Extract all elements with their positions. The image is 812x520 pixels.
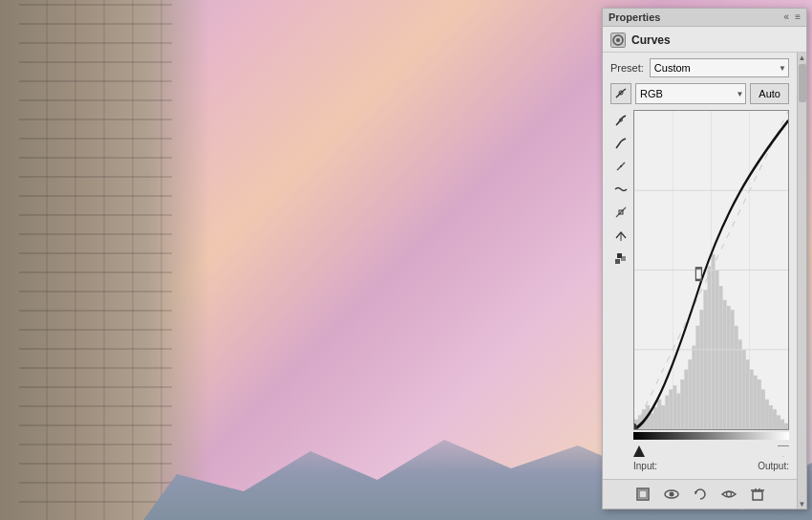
svg-rect-52 (780, 420, 784, 429)
castle-tower (0, 0, 210, 520)
svg-rect-24 (673, 385, 676, 429)
properties-panel: Properties « ≡ Curves Preset: (602, 8, 807, 509)
svg-rect-32 (703, 290, 707, 429)
svg-rect-42 (742, 350, 746, 429)
panel-footer (603, 479, 797, 509)
svg-point-68 (726, 492, 731, 497)
svg-rect-45 (754, 376, 758, 429)
channel-row: RGB Red Green Blue ▼ Auto (610, 83, 789, 104)
svg-rect-46 (758, 379, 761, 429)
svg-rect-38 (727, 306, 731, 429)
tool-btn-6[interactable] (610, 248, 631, 269)
preset-row: Preset: Custom Default Strong Contrast L… (610, 58, 789, 77)
curves-graph[interactable] (633, 110, 789, 430)
tool-btn-4[interactable] (610, 202, 631, 223)
curves-toolbar (610, 110, 631, 473)
svg-rect-26 (680, 379, 684, 429)
svg-rect-25 (676, 394, 680, 429)
gradient-slider (633, 432, 789, 440)
tool-btn-2[interactable] (610, 156, 631, 177)
svg-rect-31 (699, 310, 703, 429)
tool-btn-5[interactable] (610, 225, 631, 246)
svg-rect-21 (661, 405, 665, 429)
svg-rect-44 (750, 370, 754, 429)
svg-rect-37 (723, 300, 727, 429)
svg-rect-43 (746, 359, 750, 429)
input-label: Input: (633, 461, 657, 471)
preset-select-wrapper: Custom Default Strong Contrast Linear Me… (650, 58, 789, 77)
scroll-up-arrow[interactable]: ▲ (799, 54, 806, 61)
footer-btn-visibility[interactable] (661, 484, 682, 505)
svg-rect-47 (761, 389, 765, 429)
panel-controls: « ≡ (784, 12, 801, 22)
svg-point-2 (616, 38, 620, 42)
sliders-row (633, 444, 789, 459)
svg-rect-48 (765, 400, 769, 429)
tool-btn-3[interactable] (610, 179, 631, 200)
panel-collapse-btn[interactable]: « (784, 12, 790, 22)
svg-rect-28 (688, 359, 692, 429)
io-row: Input: Output: (633, 459, 789, 473)
svg-point-6 (620, 165, 622, 167)
panel-title: Properties (609, 11, 660, 23)
footer-btn-eye[interactable] (718, 484, 739, 505)
curves-area: Input: Output: (610, 110, 789, 473)
svg-rect-22 (665, 396, 669, 429)
curve-point-tool-btn[interactable] (610, 83, 631, 104)
scroll-down-arrow[interactable]: ▼ (799, 500, 806, 508)
svg-rect-39 (731, 310, 735, 429)
preset-label: Preset: (610, 62, 644, 74)
svg-rect-18 (650, 413, 653, 429)
channel-select-wrapper: RGB Red Green Blue ▼ (635, 83, 746, 104)
svg-line-5 (616, 146, 618, 148)
svg-rect-36 (719, 286, 723, 429)
tool-btn-0[interactable] (610, 110, 631, 131)
svg-rect-51 (777, 415, 780, 429)
svg-rect-41 (738, 339, 742, 429)
auto-button[interactable]: Auto (750, 83, 789, 104)
panel-scrollbar[interactable]: ▲ ▼ (797, 53, 806, 509)
footer-btn-delete[interactable] (747, 484, 768, 505)
svg-rect-23 (669, 389, 673, 429)
svg-rect-34 (712, 254, 716, 429)
svg-rect-64 (639, 490, 647, 498)
channel-select[interactable]: RGB Red Green Blue (635, 83, 746, 104)
panel-menu-btn[interactable]: ≡ (795, 12, 801, 22)
svg-line-7 (616, 207, 626, 217)
footer-btn-clip[interactable] (632, 484, 653, 505)
svg-rect-27 (684, 370, 688, 429)
scroll-thumb[interactable] (799, 64, 806, 102)
svg-rect-40 (735, 326, 738, 429)
panel-inner: Preset: Custom Default Strong Contrast L… (603, 53, 806, 509)
svg-rect-12 (617, 253, 622, 258)
output-label: Output: (758, 461, 789, 471)
svg-rect-33 (707, 266, 711, 429)
panel-titlebar: Properties « ≡ (603, 9, 806, 27)
curves-icon (610, 32, 626, 48)
svg-rect-20 (657, 400, 661, 429)
preset-select[interactable]: Custom Default Strong Contrast Linear Me… (650, 58, 789, 77)
panel-content: Preset: Custom Default Strong Contrast L… (603, 53, 797, 509)
svg-rect-30 (695, 326, 699, 429)
panel-curves-header: Curves (603, 27, 806, 53)
black-point-slider[interactable] (633, 445, 645, 457)
svg-rect-69 (753, 491, 762, 500)
tool-btn-1[interactable] (610, 133, 631, 154)
svg-rect-19 (653, 407, 657, 429)
panel-body: Preset: Custom Default Strong Contrast L… (603, 53, 797, 479)
svg-rect-10 (615, 259, 620, 264)
svg-rect-53 (784, 423, 788, 429)
svg-point-66 (669, 492, 673, 497)
svg-rect-50 (773, 409, 777, 429)
footer-btn-reset[interactable] (690, 484, 711, 505)
svg-rect-49 (769, 405, 773, 429)
white-point-slider[interactable] (778, 445, 789, 457)
curves-graph-container: Input: Output: (633, 110, 789, 473)
svg-rect-29 (692, 346, 695, 429)
curves-label: Curves (631, 33, 671, 47)
